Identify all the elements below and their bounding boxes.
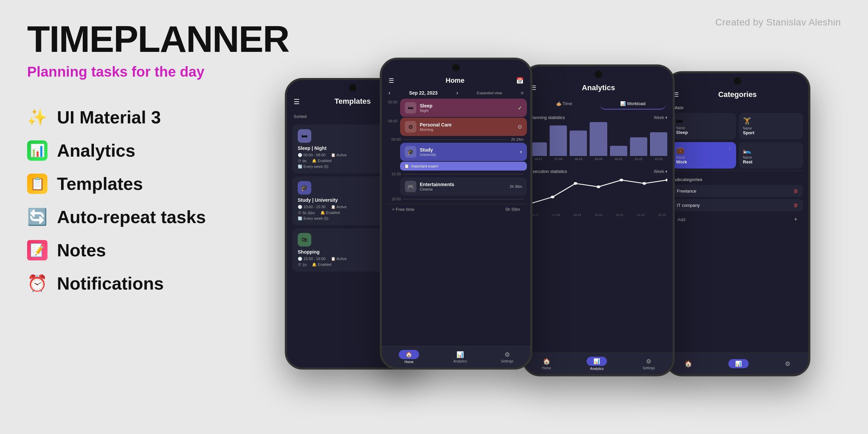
line-chart-svg bbox=[530, 177, 667, 211]
feature-ui-material: ✨ UI Material 3 bbox=[27, 107, 264, 127]
date-prev-button[interactable]: ‹ bbox=[389, 90, 390, 96]
category-rest[interactable]: 🛌 Name Rest bbox=[739, 142, 803, 169]
x-label-6: 21-22 bbox=[637, 213, 645, 217]
delete-freelance-icon[interactable]: 🗑 bbox=[793, 188, 798, 194]
personal-care-name: Personal Care bbox=[420, 122, 452, 127]
cat-rest-label: Name bbox=[743, 156, 799, 159]
bar-chart: 16-17 17-18 18-19 19-20 bbox=[530, 123, 667, 163]
notifications-icon: ⏰ bbox=[27, 273, 47, 294]
nav-cat-analytics[interactable]: 📊 bbox=[728, 359, 749, 368]
home-title: Home bbox=[446, 77, 465, 84]
nav-a-analytics-label: Analytics bbox=[590, 367, 604, 371]
nav-a-settings-icon: ⚙ bbox=[646, 358, 651, 365]
personal-care-settings-icon[interactable]: ⚙ bbox=[517, 124, 522, 130]
templates-menu-icon[interactable]: ☰ bbox=[294, 98, 300, 106]
nav-cat-home[interactable]: 🏠 bbox=[685, 360, 692, 368]
nav-analytics-active[interactable]: 📊 Analytics bbox=[587, 357, 607, 371]
planning-stats-section: Planning statistics Week ▾ 16-17 17-18 1… bbox=[524, 112, 673, 166]
home-bottom-nav: 🏠 Home 📊 Analytics ⚙ Settings bbox=[382, 346, 530, 368]
timeline-area: 00:00 🛏 Sleep Night ✓ 08: bbox=[382, 98, 530, 215]
task-sleep[interactable]: 🛏 Sleep Night ✓ bbox=[400, 99, 527, 117]
planning-stats-period[interactable]: Week ▾ bbox=[654, 115, 667, 120]
sleep-duration-chip: ⏱ 8h bbox=[298, 159, 307, 163]
phone-analytics: ☰ Analytics 🥧 Time 📊 Workload Planning s… bbox=[522, 64, 675, 376]
nav-home-icon: 🏠 bbox=[399, 350, 419, 359]
nav-settings[interactable]: ⚙ Settings bbox=[501, 351, 513, 363]
execution-stats-period[interactable]: Week ▾ bbox=[654, 169, 667, 174]
feature-notes: 📝 Notes bbox=[27, 240, 264, 260]
phone-notch-templates bbox=[349, 84, 356, 92]
nav-analytics-icon: 📊 bbox=[456, 351, 464, 358]
home-calendar-icon[interactable]: 📅 bbox=[516, 77, 524, 84]
cat-rest-value: Rest bbox=[743, 159, 799, 164]
bar-col-3: 18-19 bbox=[570, 131, 587, 161]
add-subcategory-label: Add bbox=[677, 217, 685, 222]
expanded-view-button[interactable]: Expanded view bbox=[477, 91, 502, 95]
nav-analytics[interactable]: 📊 Analytics bbox=[453, 351, 467, 363]
work-dots-icon[interactable]: ⋮ bbox=[727, 146, 732, 152]
date-next-button[interactable]: › bbox=[456, 90, 458, 96]
add-subcategory-row[interactable]: Add + bbox=[672, 213, 803, 226]
point-5 bbox=[619, 179, 623, 181]
study-expand-icon[interactable]: ▾ bbox=[520, 149, 522, 155]
nav-cat-settings[interactable]: ⚙ bbox=[785, 360, 790, 368]
time-label-0000: 00:00 bbox=[385, 99, 397, 104]
entertainment-sub: Cinema bbox=[420, 187, 454, 191]
phone-notch-home bbox=[452, 64, 460, 71]
point-4 bbox=[597, 185, 600, 188]
sep-line-1800 bbox=[403, 199, 524, 199]
home-menu-icon[interactable]: ☰ bbox=[389, 77, 394, 84]
task-personal-care[interactable]: ⚙ Personal Care Morning ⚙ bbox=[400, 118, 527, 136]
nav-a-home-label: Home bbox=[542, 366, 551, 370]
time-row-entertainment: 🎮 Entertainments Cinema 2h 30m bbox=[385, 177, 527, 196]
cat-sport-icon: 🏋 bbox=[743, 117, 799, 125]
feature-templates: 📋 Templates bbox=[27, 174, 264, 194]
delete-it-company-icon[interactable]: 🗑 bbox=[793, 202, 798, 208]
time-row-0800: 08:00 ⚙ Personal Care Morning ⚙ bbox=[385, 118, 527, 136]
nav-a-analytics-icon: 📊 bbox=[587, 357, 607, 366]
add-subcategory-icon[interactable]: + bbox=[794, 216, 797, 223]
category-work[interactable]: 💼 ⋮ Name Work bbox=[672, 142, 736, 169]
tab-time[interactable]: 🥧 Time bbox=[531, 98, 597, 110]
entertainment-name: Entertainments bbox=[420, 182, 454, 187]
category-sleep[interactable]: 🛏 Name Sleep bbox=[672, 113, 736, 139]
phone-notch-analytics bbox=[595, 71, 602, 78]
cat-work-icon: 💼 bbox=[676, 146, 685, 154]
task-study[interactable]: 🎓 Study University ▾ bbox=[400, 143, 527, 161]
bar-3 bbox=[570, 131, 587, 156]
subcategory-freelance[interactable]: Freelance 🗑 bbox=[672, 185, 803, 197]
sep-line-1530 bbox=[403, 174, 524, 174]
subcategories-title: Subcategories bbox=[672, 174, 803, 185]
study-repeat-chip: 🔄 Every week (5) bbox=[298, 216, 328, 221]
time-sep-1530: 15:30 bbox=[385, 171, 527, 177]
categories-bottom-nav: 🏠 📊 ⚙ bbox=[667, 353, 808, 374]
study-template-icon: 🎓 bbox=[298, 181, 311, 195]
nav-a-home-icon: 🏠 bbox=[543, 358, 550, 365]
sleep-task-name: Sleep bbox=[420, 103, 432, 108]
free-time-label: + Free time bbox=[392, 207, 414, 212]
app-subtitle: Planning tasks for the day bbox=[27, 64, 264, 80]
nav-analytics-settings[interactable]: ⚙ Settings bbox=[643, 358, 655, 370]
shopping-duration-chip: ⏱ 1h bbox=[298, 262, 307, 267]
list-view-icon[interactable]: ≡ bbox=[521, 90, 524, 96]
nav-analytics-home[interactable]: 🏠 Home bbox=[542, 358, 551, 370]
tab-workload[interactable]: 📊 Workload bbox=[600, 98, 666, 110]
nav-home[interactable]: 🏠 Home bbox=[399, 350, 419, 364]
analytics-bottom-nav: 🏠 Home 📊 Analytics ⚙ Settings bbox=[524, 353, 673, 374]
time-label-entertainment bbox=[385, 177, 397, 179]
time-label-study bbox=[385, 143, 397, 144]
time-sep-0900: 09:00 2h 24m bbox=[385, 137, 527, 142]
free-time-row[interactable]: + Free time 5h 59m bbox=[385, 204, 527, 215]
shopping-time-chip: 🕐 15:00 - 16:00 bbox=[298, 257, 326, 261]
bar-2 bbox=[550, 125, 567, 156]
task-entertainment[interactable]: 🎮 Entertainments Cinema 2h 30m bbox=[400, 177, 527, 196]
category-sport[interactable]: 🏋 Name Sport bbox=[739, 113, 803, 139]
left-section: TIMEPLANNER Planning tasks for the day ✨… bbox=[27, 20, 264, 294]
subcategory-it-company[interactable]: IT company 🗑 bbox=[672, 199, 803, 211]
categories-divider bbox=[672, 171, 803, 171]
work-card-top: 💼 ⋮ bbox=[676, 146, 732, 156]
study-info: Study University bbox=[420, 147, 436, 157]
study-task-sub: University bbox=[420, 153, 436, 157]
cat-sleep-value: Sleep bbox=[676, 130, 732, 135]
shopping-status-chip: 📋 Active bbox=[331, 257, 347, 261]
